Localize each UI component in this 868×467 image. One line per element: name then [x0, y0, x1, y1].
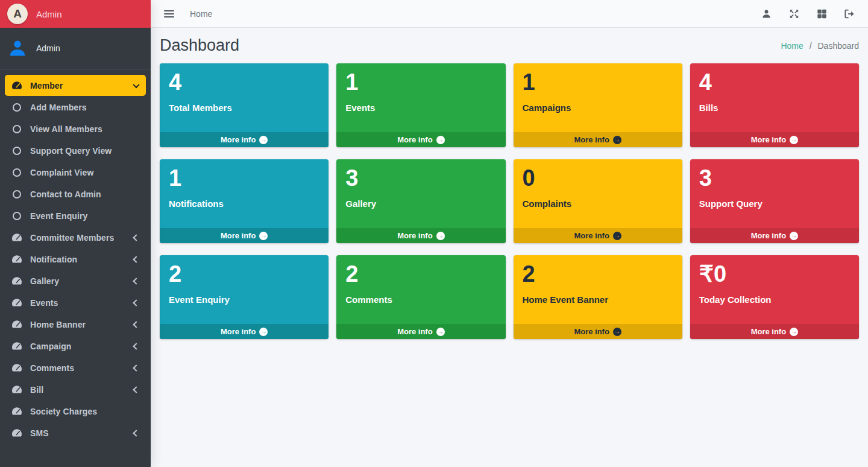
- breadcrumb-separator: /: [810, 41, 812, 51]
- circle-icon: [10, 212, 24, 220]
- sidebar-item-member[interactable]: Member: [5, 75, 146, 96]
- arrow-circle-right-icon: →: [259, 328, 268, 336]
- sidebar-item-label: Society Charges: [30, 407, 97, 416]
- sidebar-item-label: Complaint View: [30, 168, 93, 177]
- arrow-circle-right-icon: →: [436, 136, 445, 144]
- page-title: Dashboard: [160, 36, 239, 55]
- sidebar-item-complaint-view[interactable]: Complaint View: [5, 162, 146, 183]
- more-info-link[interactable]: More info→: [160, 324, 329, 339]
- more-info-link[interactable]: More info→: [336, 228, 505, 243]
- stat-value: 3: [699, 165, 850, 192]
- tachometer-icon: [10, 276, 24, 285]
- sidebar-item-label: Add Members: [30, 103, 87, 112]
- more-info-label: More info: [397, 231, 433, 240]
- more-info-link[interactable]: More info→: [514, 228, 682, 243]
- stat-cards-grid: 4Total MembersMore info→1EventsMore info…: [160, 63, 859, 339]
- stat-value: 2: [523, 261, 673, 288]
- stat-card-body: 0Complaints: [514, 159, 682, 228]
- sidebar-item-label: Campaign: [30, 342, 71, 351]
- more-info-link[interactable]: More info→: [336, 324, 505, 339]
- tachometer-icon: [10, 81, 24, 90]
- arrow-circle-right-icon: →: [790, 232, 798, 240]
- stat-card: 1EventsMore info→: [336, 63, 505, 147]
- tachometer-icon: [10, 363, 24, 372]
- sidebar-item-comments[interactable]: Comments: [5, 357, 146, 378]
- more-info-link[interactable]: More info→: [690, 132, 859, 147]
- sidebar-item-campaign[interactable]: Campaign: [5, 335, 146, 357]
- sidebar-item-label: View All Members: [30, 124, 102, 134]
- stat-value: ₹0: [699, 261, 850, 288]
- more-info-label: More info: [751, 231, 787, 240]
- user-panel[interactable]: Admin: [0, 28, 151, 69]
- stat-label: Total Members: [169, 103, 319, 113]
- stat-card-body: 2Home Event Banner: [514, 255, 682, 324]
- stat-card-body: 2Event Enquiry: [160, 255, 329, 324]
- sidebar-item-events[interactable]: Events: [5, 292, 146, 313]
- sidebar-item-bill[interactable]: Bill: [5, 379, 146, 400]
- more-info-label: More info: [397, 135, 433, 144]
- stat-card: 2Event EnquiryMore info→: [160, 255, 329, 339]
- arrow-circle-right-icon: →: [436, 328, 445, 336]
- more-info-link[interactable]: More info→: [690, 228, 859, 243]
- circle-icon: [10, 147, 24, 155]
- sidebar-item-notification[interactable]: Notification: [5, 249, 146, 270]
- sign-out-icon[interactable]: [844, 9, 855, 19]
- more-info-link[interactable]: More info→: [514, 132, 682, 147]
- grid-icon[interactable]: [817, 9, 827, 19]
- stat-label: Gallery: [345, 199, 496, 209]
- more-info-label: More info: [221, 231, 256, 240]
- stat-value: 4: [699, 69, 850, 96]
- arrow-circle-right-icon: →: [259, 232, 268, 240]
- menu-toggle-icon[interactable]: [164, 8, 174, 19]
- more-info-link[interactable]: More info→: [160, 228, 329, 243]
- brand-logo-icon: A: [7, 4, 28, 24]
- sidebar-item-label: Gallery: [30, 276, 59, 286]
- stat-value: 1: [345, 69, 496, 96]
- tachometer-icon: [10, 428, 24, 437]
- user-icon[interactable]: [761, 9, 772, 19]
- arrow-circle-right-icon: →: [613, 232, 621, 240]
- more-info-label: More info: [221, 327, 256, 336]
- breadcrumb-home-link[interactable]: Home: [781, 41, 803, 51]
- sidebar-item-contact-to-admin[interactable]: Contact to Admin: [5, 183, 146, 205]
- sidebar-item-home-banner[interactable]: Home Banner: [5, 314, 146, 335]
- stat-label: Campaigns: [523, 103, 673, 113]
- stat-card-body: 2Comments: [336, 255, 505, 324]
- stat-value: 1: [523, 69, 673, 96]
- sidebar-item-gallery[interactable]: Gallery: [5, 270, 146, 291]
- arrow-circle-right-icon: →: [436, 232, 445, 240]
- expand-icon[interactable]: [789, 9, 799, 19]
- chevron-left-icon: [133, 256, 139, 262]
- sidebar-item-view-all-members[interactable]: View All Members: [5, 118, 146, 139]
- sidebar-item-label: Bill: [30, 385, 43, 395]
- brand-header[interactable]: A Admin: [0, 0, 151, 28]
- sidebar-item-label: Support Query View: [30, 146, 112, 156]
- stat-card-body: 3Support Query: [690, 159, 859, 228]
- navbar-home-link[interactable]: Home: [190, 9, 212, 19]
- sidebar-item-sms[interactable]: SMS: [5, 422, 146, 443]
- more-info-link[interactable]: More info→: [514, 324, 682, 339]
- tachometer-icon: [10, 320, 24, 329]
- sidebar-item-label: Comments: [30, 363, 74, 373]
- main-area: Home Dashboard Home / Dashboard 4Total M…: [151, 0, 868, 467]
- stat-card: 1NotificationsMore info→: [160, 159, 329, 243]
- more-info-link[interactable]: More info→: [690, 324, 859, 339]
- stat-label: Bills: [699, 103, 850, 113]
- sidebar-item-label: Notification: [30, 255, 77, 264]
- arrow-circle-right-icon: →: [790, 328, 798, 336]
- tachometer-icon: [10, 385, 24, 394]
- sidebar-item-support-query-view[interactable]: Support Query View: [5, 140, 146, 161]
- more-info-link[interactable]: More info→: [160, 132, 329, 147]
- sidebar-item-committee-members[interactable]: Committee Members: [5, 227, 146, 248]
- circle-icon: [10, 103, 24, 112]
- more-info-label: More info: [574, 135, 609, 144]
- sidebar-item-event-enquiry[interactable]: Event Enquiry: [5, 205, 146, 226]
- more-info-link[interactable]: More info→: [336, 132, 505, 147]
- stat-card-body: 1Campaigns: [514, 63, 682, 132]
- more-info-label: More info: [574, 327, 609, 336]
- arrow-circle-right-icon: →: [259, 136, 268, 144]
- sidebar-item-society-charges[interactable]: Society Charges: [5, 401, 146, 422]
- sidebar-item-add-members[interactable]: Add Members: [5, 97, 146, 118]
- more-info-label: More info: [751, 135, 787, 144]
- tachometer-icon: [10, 233, 24, 242]
